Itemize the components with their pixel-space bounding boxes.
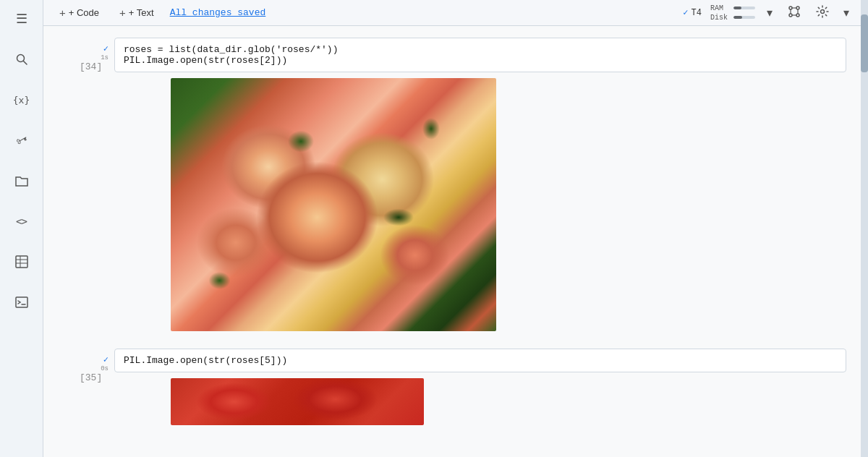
runtime-name: T4 [692, 8, 702, 18]
disk-label: Disk [710, 13, 731, 22]
cell-34-output [171, 78, 846, 331]
roses-image-2 [171, 378, 424, 425]
code-diff-icon[interactable]: <> [9, 208, 35, 234]
key-icon[interactable]: 🗝 [4, 122, 39, 158]
cell-35-check: ✓ [103, 354, 109, 365]
folder-icon[interactable] [9, 168, 35, 194]
disk-bar-fill [733, 16, 742, 19]
ram-disk-info: RAM Disk [710, 4, 755, 22]
table-icon[interactable] [9, 249, 35, 275]
svg-rect-6 [16, 297, 27, 307]
toolbar-right: ✓ T4 RAM Disk ▾ [683, 1, 852, 25]
svg-point-16 [821, 9, 825, 13]
main-panel: + + Code + + Text All changes saved ✓ T4… [43, 0, 861, 457]
add-text-button[interactable]: + + Text [112, 4, 161, 22]
plus-icon: + [59, 7, 66, 19]
share-button[interactable] [784, 1, 804, 25]
svg-rect-2 [16, 256, 27, 268]
cell-35-output [171, 378, 846, 425]
ram-bar [733, 7, 755, 9]
disk-bar [733, 16, 755, 19]
cell-34-check: ✓ [103, 43, 109, 54]
runtime-badge[interactable]: ✓ T4 [683, 7, 702, 18]
cell-35-label: ✓ 0s [35] [80, 354, 109, 383]
cell-34-time: 1s [101, 54, 109, 61]
cell-35-content: PIL.Image.open(str(roses[5])) [114, 349, 846, 425]
cell-35-code[interactable]: PIL.Image.open(str(roses[5])) [114, 349, 846, 372]
cell-34-code[interactable]: roses = list(data_dir.glob('roses/*')) P… [114, 38, 846, 72]
svg-point-11 [796, 14, 799, 17]
cell-34-content: roses = list(data_dir.glob('roses/*')) P… [114, 38, 846, 331]
cell-34-number: [34] [80, 61, 109, 72]
right-scrollbar[interactable] [861, 0, 868, 457]
expand-button[interactable]: ▾ [841, 3, 852, 22]
plus-icon-2: + [119, 7, 126, 19]
runtime-check: ✓ [683, 7, 688, 18]
notebook-content[interactable]: ✓ 1s [34] roses = list(data_dir.glob('ro… [43, 26, 861, 457]
runtime-dropdown-button[interactable]: ▾ [764, 3, 775, 22]
add-code-button[interactable]: + + Code [52, 4, 106, 22]
cell-34-gutter: ✓ 1s [34] [58, 38, 114, 72]
terminal-icon[interactable] [9, 289, 35, 315]
sidebar: ☰ {x} 🗝 <> [0, 0, 43, 457]
menu-icon[interactable]: ☰ [9, 6, 35, 32]
settings-button[interactable] [813, 2, 832, 24]
ram-label: RAM [710, 4, 731, 13]
saved-status: All changes saved [170, 7, 266, 18]
cell-35: ✓ 0s [35] PIL.Image.open(str(roses[5])) [58, 349, 846, 425]
cell-34: ✓ 1s [34] roses = list(data_dir.glob('ro… [58, 38, 846, 331]
variables-icon[interactable]: {x} [9, 87, 35, 113]
cell-35-gutter: ✓ 0s [35] [58, 349, 114, 383]
svg-point-8 [789, 7, 792, 9]
svg-line-1 [23, 61, 27, 65]
cell-35-number: [35] [80, 372, 109, 383]
svg-point-10 [789, 14, 792, 17]
toolbar: + + Code + + Text All changes saved ✓ T4… [43, 0, 861, 26]
cell-35-time: 0s [101, 365, 109, 372]
roses-image-1 [171, 78, 496, 331]
cell-34-label: ✓ 1s [34] [80, 43, 109, 72]
svg-point-9 [796, 7, 799, 9]
search-icon[interactable] [9, 46, 35, 72]
scroll-thumb[interactable] [861, 14, 868, 72]
ram-bar-fill [733, 7, 741, 9]
